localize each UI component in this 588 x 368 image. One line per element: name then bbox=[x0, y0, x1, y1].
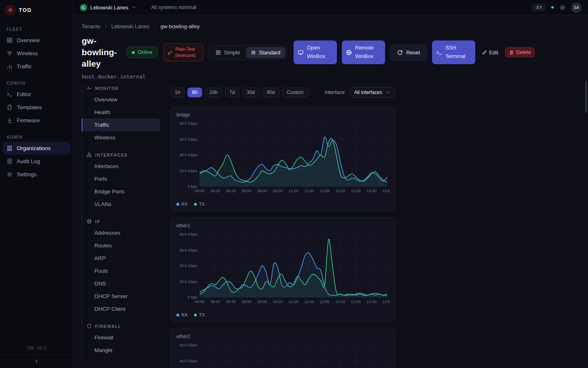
tenant-switcher[interactable]: L Lebowski Lanes bbox=[80, 4, 136, 11]
device-nav-item-ports[interactable]: Ports bbox=[82, 173, 160, 185]
health-status-dot bbox=[551, 6, 554, 9]
range-custom-button[interactable]: Custom bbox=[282, 88, 308, 97]
range-30d-button[interactable]: 30d bbox=[242, 88, 259, 97]
pencil-icon bbox=[482, 50, 487, 55]
device-nav-item-dns[interactable]: DNS bbox=[82, 277, 160, 290]
chevron-down-icon bbox=[131, 5, 136, 10]
sidebar-item-overview[interactable]: Overview bbox=[3, 34, 70, 47]
tenant-avatar: L bbox=[80, 4, 87, 11]
ssh-terminal-icon bbox=[436, 49, 442, 56]
range-6h-button[interactable]: 6h bbox=[187, 88, 202, 97]
sidebar-item-templates[interactable]: Templates bbox=[3, 101, 70, 114]
device-nav-section-label: IP bbox=[95, 219, 100, 224]
device-nav-item-health[interactable]: Health bbox=[82, 106, 160, 119]
command-palette-shortcut[interactable]: ⌘K bbox=[532, 4, 546, 11]
view-mode-simple[interactable]: Simple bbox=[211, 47, 245, 58]
range-24h-button[interactable]: 24h bbox=[205, 88, 222, 97]
refresh-icon bbox=[397, 49, 403, 56]
reset-button[interactable]: Reset bbox=[390, 45, 427, 61]
scrollbar-thumb[interactable] bbox=[585, 81, 587, 113]
view-mode-label: Simple bbox=[224, 49, 240, 56]
grid-icon bbox=[216, 50, 221, 55]
remote-winbox-button[interactable]: Remote WinBox bbox=[342, 40, 385, 64]
sidebar-item-label: Organizations bbox=[17, 145, 51, 151]
breadcrumb-separator-icon bbox=[153, 24, 157, 29]
sidebar-item-audit-log[interactable]: Audit Log bbox=[3, 155, 70, 168]
svg-text:09:05: 09:05 bbox=[257, 299, 267, 304]
chart-legend: RXTX bbox=[176, 202, 389, 206]
legend-tx: TX bbox=[194, 312, 205, 317]
svg-text:08:05: 08:05 bbox=[195, 188, 205, 193]
legend-tx-dot bbox=[194, 203, 197, 206]
sidebar-item-label: Traffic bbox=[17, 63, 32, 70]
user-avatar[interactable]: SA bbox=[571, 2, 581, 13]
device-nav-item-vlans[interactable]: VLANs bbox=[82, 198, 160, 211]
sidebar: TOD FLEETOverviewWirelessTrafficCONFIGEd… bbox=[0, 0, 74, 368]
interface-label: Interface: bbox=[325, 90, 346, 95]
device-nav-item-dhcp-client[interactable]: DHCP Client bbox=[82, 303, 160, 315]
sidebar-item-label: Wireless bbox=[17, 50, 38, 56]
sidebar-item-firmware[interactable]: Firmware bbox=[3, 114, 70, 127]
open-winbox-button[interactable]: Open WinBox bbox=[294, 40, 337, 64]
chart-title: bridge bbox=[176, 112, 389, 118]
device-host: host.docker.internal bbox=[82, 74, 580, 80]
device-nav-item-firewall[interactable]: Firewall bbox=[82, 331, 160, 344]
breadcrumb-item-tenants[interactable]: Tenants bbox=[82, 23, 100, 29]
activity-icon bbox=[87, 85, 92, 91]
svg-text:0 bps: 0 bps bbox=[188, 295, 197, 299]
svg-text:12:55: 12:55 bbox=[320, 299, 330, 304]
system-status: All systems nominal bbox=[151, 4, 196, 10]
device-nav-item-routes[interactable]: Routes bbox=[82, 239, 160, 252]
network-icon bbox=[87, 152, 92, 157]
sidebar-item-settings[interactable]: Settings bbox=[3, 168, 70, 181]
range-7d-button[interactable]: 7d bbox=[225, 88, 239, 97]
breadcrumb-item-lebowski-lanes[interactable]: Lebowski Lanes bbox=[111, 23, 149, 29]
device-nav-item-interfaces[interactable]: Interfaces bbox=[82, 160, 160, 173]
wifi-icon bbox=[7, 50, 13, 56]
view-mode-standard[interactable]: Standard bbox=[246, 47, 285, 58]
traffic-card-ether1: ether10 bps15.0 Gbps30.0 Gbps45.0 Gbps60… bbox=[170, 218, 395, 322]
button-label: Edit bbox=[489, 49, 498, 56]
svg-text:12:25: 12:25 bbox=[289, 299, 298, 304]
device-nav-item-addresses[interactable]: Addresses bbox=[82, 227, 160, 239]
sidebar-section-admin: ADMIN bbox=[7, 135, 67, 139]
interface-select[interactable]: All interfaces bbox=[350, 87, 395, 98]
delete-button[interactable]: Delete bbox=[505, 47, 535, 58]
button-label: Open WinBox bbox=[307, 44, 331, 61]
edit-button[interactable]: Edit bbox=[480, 47, 500, 58]
file-icon bbox=[7, 104, 13, 110]
device-nav-item-overview[interactable]: Overview bbox=[82, 93, 160, 106]
device-nav-item-dhcp-server[interactable]: DHCP Server bbox=[82, 290, 160, 303]
status-badge: Online bbox=[127, 47, 158, 58]
app-logo[interactable]: TOD bbox=[0, 0, 73, 19]
breadcrumb: TenantsLebowski Lanesgw-bowling-alley bbox=[82, 23, 580, 29]
device-nav-item-wireless[interactable]: Wireless bbox=[82, 131, 160, 144]
collapse-sidebar-button[interactable] bbox=[0, 355, 73, 368]
breadcrumb-item-gw-bowling-alley: gw-bowling-alley bbox=[160, 23, 200, 29]
range-90d-button[interactable]: 90d bbox=[262, 88, 279, 97]
device-nav-item-pools[interactable]: Pools bbox=[82, 265, 160, 277]
svg-text:12:40: 12:40 bbox=[304, 299, 314, 304]
traffic-controls: 1h6h24h7d30d90dCustom Interface: All int… bbox=[170, 87, 395, 98]
device-nav-item-traffic[interactable]: Traffic bbox=[82, 119, 160, 131]
svg-text:13:10: 13:10 bbox=[335, 299, 345, 304]
sidebar-item-organizations[interactable]: Organizations bbox=[3, 142, 70, 155]
device-nav: MONITOROverviewHealthTrafficWirelessINTE… bbox=[82, 83, 160, 361]
device-nav-section-label: FIREWALL bbox=[95, 324, 121, 329]
device-nav-item-arp[interactable]: ARP bbox=[82, 252, 160, 265]
sidebar-item-editor[interactable]: Editor bbox=[3, 88, 70, 101]
device-nav-item-mangle[interactable]: Mangle bbox=[82, 344, 160, 357]
interface-filter: Interface: All interfaces bbox=[325, 87, 395, 98]
ssh-terminal-button[interactable]: SSH Terminal bbox=[432, 40, 475, 64]
svg-text:13:10: 13:10 bbox=[335, 188, 345, 193]
trash-icon bbox=[509, 50, 514, 55]
range-1h-button[interactable]: 1h bbox=[170, 88, 185, 97]
device-nav-item-bridge-ports[interactable]: Bridge Ports bbox=[82, 185, 160, 198]
key-icon bbox=[167, 50, 173, 55]
interface-select-value: All interfaces bbox=[354, 90, 382, 95]
sidebar-item-traffic[interactable]: Traffic bbox=[3, 60, 70, 73]
download-icon bbox=[7, 117, 13, 123]
svg-text:08:35: 08:35 bbox=[226, 299, 236, 304]
theme-toggle-sun-icon[interactable] bbox=[559, 4, 566, 11]
sidebar-item-wireless[interactable]: Wireless bbox=[3, 47, 70, 60]
